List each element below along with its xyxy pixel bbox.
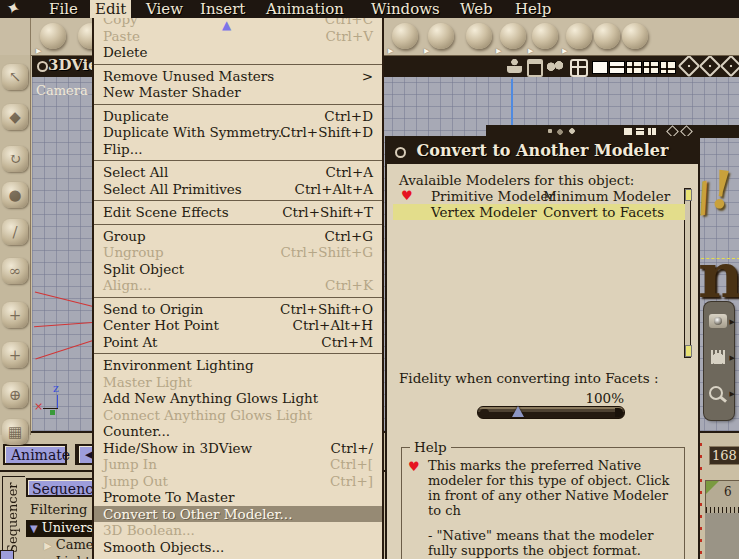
mini-layout-icon[interactable] (648, 128, 656, 135)
link-chain-tool-icon[interactable]: ∞ (2, 258, 28, 284)
layout-mode-icon-three-pane[interactable] (626, 61, 642, 74)
needle-tool-icon[interactable]: ∕ (2, 219, 28, 245)
menu-item-copy[interactable]: CopyCtrl+C (94, 18, 382, 28)
tree-item-light[interactable]: ▶Light (26, 554, 90, 559)
hierarchy-display-icon[interactable] (527, 59, 543, 77)
modelers-list-label: Avalaible Modelers for this object: (399, 172, 634, 188)
menu-item-convert-to-other-modeler[interactable]: Convert to Other Modeler... (94, 506, 382, 523)
menu-item-hide-show-in-3dview[interactable]: Hide/Show in 3DViewCtrl+/ (94, 440, 382, 457)
figure-display-icon[interactable] (507, 59, 522, 73)
menu-item-remove-unused-masters[interactable]: Remove Unused Masters> (94, 68, 382, 85)
camera-pan-icon[interactable] (709, 314, 727, 328)
preferred-heart-icon[interactable]: ♥ (401, 188, 413, 203)
blob-object-icon[interactable] (466, 23, 492, 49)
menu-item-promote-to-master[interactable]: Promote To Master (94, 489, 382, 506)
menu-item-select-all-primitives[interactable]: Select All PrimitivesCtrl+Alt+A (94, 181, 382, 198)
menubar-item-view[interactable]: View (141, 0, 188, 18)
app-logo-icon[interactable]: ✦ (4, 0, 23, 19)
menu-item-counter[interactable]: Counter... (94, 423, 382, 440)
slider-thumb[interactable] (512, 406, 524, 417)
fidelity-slider[interactable] (477, 406, 625, 419)
scrollbar-bottom-cap[interactable] (685, 345, 692, 357)
sphere-tool-icon[interactable]: ▶ (40, 23, 66, 49)
menu-item-3d-boolean[interactable]: 3D Boolean... (94, 522, 382, 539)
rotate-tool-icon[interactable]: ↻ (2, 146, 28, 172)
filtering-label[interactable]: Filtering (30, 502, 87, 517)
pan-cross-tool-icon[interactable]: + (2, 302, 28, 328)
menu-item-send-to-origin[interactable]: Send to OriginCtrl+Shift+O (94, 301, 382, 318)
compass-display-icon[interactable] (570, 59, 588, 77)
layout-mode-icon-single-pane[interactable] (592, 61, 608, 74)
modeler-row-vertex-modeler[interactable]: Vertex ModelerConvert to Facets (393, 204, 685, 220)
move-3d-tool-icon[interactable]: ◆ (2, 104, 28, 130)
flower-cluster-icon[interactable]: ▶ (392, 23, 418, 49)
scale-sphere-tool-icon[interactable]: ● (2, 182, 28, 208)
collapsed-triangle-icon[interactable]: ▶ (44, 540, 52, 551)
menu-item-jump-in[interactable]: Jump InCtrl+[ (94, 456, 382, 473)
select-arrow-tool-icon[interactable]: ↖ (2, 64, 28, 90)
menubar-item-edit[interactable]: Edit (90, 0, 131, 18)
production-shield-icon[interactable] (720, 55, 739, 78)
hotpoint-cross-tool-icon[interactable]: + (2, 342, 28, 368)
expand-triangle-icon[interactable]: ▼ (30, 523, 38, 534)
grid-plane-tool-icon[interactable]: ▦ (2, 419, 28, 445)
dolly-tool-icon[interactable]: ⊕ (2, 382, 28, 408)
mini-layout-icon[interactable] (624, 128, 632, 135)
menubar-item-web[interactable]: Web (455, 0, 498, 18)
menu-item-split-object[interactable]: Split Object (94, 261, 382, 278)
sequencer-tab[interactable]: Sequencer (2, 476, 25, 559)
menu-item-select-all[interactable]: Select AllCtrl+A (94, 164, 382, 181)
ruler-marker (706, 481, 719, 494)
layout-mode-icon-two-pane[interactable] (609, 61, 625, 74)
light-group-icon[interactable]: ▶ (566, 23, 592, 49)
menubar-item-help[interactable]: Help (510, 0, 556, 18)
animate-button[interactable]: Animate (3, 444, 67, 465)
target-donut-icon[interactable] (594, 23, 620, 49)
spike-object-icon[interactable]: ▶ (428, 23, 454, 49)
menubar-item-windows[interactable]: Windows (366, 0, 445, 18)
menu-scroll-up-icon[interactable]: ▲ (222, 18, 231, 32)
menu-item-align[interactable]: Align...Ctrl+K (94, 277, 382, 294)
mini-layout-icon[interactable] (636, 128, 644, 135)
dialog-title-bar[interactable]: Convert to Another Modeler (387, 138, 698, 164)
magnifier-zoom-icon[interactable] (709, 386, 723, 400)
panel-corner-widget[interactable] (0, 550, 14, 559)
menu-item-flip[interactable]: Flip... (94, 141, 382, 158)
time-ruler[interactable]: 6 (705, 480, 739, 514)
menu-item-duplicate-with-symmetry[interactable]: Duplicate With Symmetry...Ctrl+Shift+D (94, 124, 382, 141)
menubar-item-animation[interactable]: Animation (261, 0, 349, 18)
menu-item-smooth-objects[interactable]: Smooth Objects... (94, 539, 382, 556)
menu-item-jump-out[interactable]: Jump OutCtrl+] (94, 473, 382, 490)
menu-item-delete[interactable]: Delete (94, 44, 382, 61)
spray-tool-icon[interactable]: ▶ (500, 23, 526, 49)
menu-item-add-new-anything-glows-light[interactable]: Add New Anything Glows Light (94, 390, 382, 407)
menubar-item-insert[interactable]: Insert (195, 0, 250, 18)
scrollbar-top-cap[interactable] (685, 189, 692, 201)
hand-pan-icon[interactable] (709, 350, 727, 364)
masks-display-icon[interactable] (545, 59, 565, 73)
menu-item-environment-lighting[interactable]: Environment Lighting (94, 357, 382, 374)
menu-item-new-master-shader[interactable]: New Master Shader (94, 84, 382, 101)
dialog-widget-icon[interactable] (395, 147, 406, 158)
layout-mode-icon-four-pane[interactable] (643, 61, 659, 74)
menu-item-connect-anything-glows-light[interactable]: Connect Anything Glows Light (94, 407, 382, 424)
production-shield-icon[interactable] (699, 55, 722, 78)
production-shield-icon[interactable] (678, 55, 701, 78)
menubar-item-file[interactable]: File (44, 0, 83, 18)
camera-object-icon[interactable]: ▶ (532, 23, 558, 49)
bone-tool-icon[interactable] (622, 23, 648, 49)
layout-mode-icon-l-pane[interactable] (660, 61, 676, 74)
tree-item-universe[interactable]: ▼Universe (26, 520, 96, 537)
menu-item-group[interactable]: GroupCtrl+G (94, 228, 382, 245)
window-widget-icon[interactable] (37, 61, 48, 72)
menu-item-paste[interactable]: PasteCtrl+V (94, 28, 382, 45)
menu-item-edit-scene-effects[interactable]: Edit Scene EffectsCtrl+Shift+T (94, 204, 382, 221)
modeler-row-primitive-modeler[interactable]: ♥Primitive ModelerMinimum Modeler (393, 188, 685, 204)
menu-item-duplicate[interactable]: DuplicateCtrl+D (94, 108, 382, 125)
mini-toolbar-icons[interactable] (546, 128, 580, 135)
menu-item-master-light[interactable]: Master Light (94, 374, 382, 391)
menu-item-ungroup[interactable]: UngroupCtrl+Shift+G (94, 244, 382, 261)
list-scrollbar[interactable] (684, 188, 691, 358)
menu-item-point-at[interactable]: Point AtCtrl+M (94, 334, 382, 351)
menu-item-center-hot-point[interactable]: Center Hot PointCtrl+Alt+H (94, 317, 382, 334)
